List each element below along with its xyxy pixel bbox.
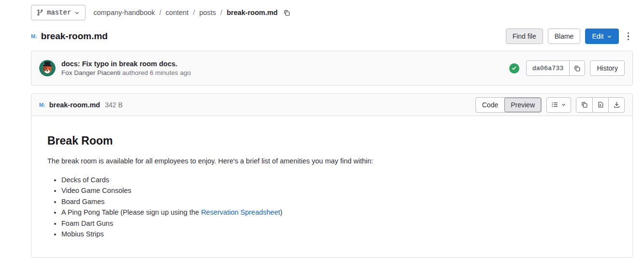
file-size: 342 B xyxy=(105,101,123,109)
rendered-markdown: Break Room The break room is available f… xyxy=(31,116,632,257)
chevron-down-icon xyxy=(607,34,612,39)
breadcrumb-item-content[interactable]: content xyxy=(166,9,189,16)
branch-selector[interactable]: master xyxy=(31,5,86,20)
display-options-dropdown[interactable] xyxy=(546,97,571,113)
commit-sha: da06a733 xyxy=(527,61,570,75)
list-item-text: Mobius Strips xyxy=(61,230,104,238)
list-item-text: Foam Dart Guns xyxy=(61,219,113,227)
download-button[interactable] xyxy=(608,98,624,112)
breadcrumb-separator: / xyxy=(220,9,222,16)
code-preview-toggle: Code Preview xyxy=(475,97,542,113)
file-name: break-room.md xyxy=(49,101,100,109)
open-raw-button[interactable] xyxy=(592,98,608,112)
file-viewer: M↓ break-room.md 342 B Code Preview xyxy=(31,93,633,258)
amenities-list: Decks of Cards Video Game Consoles Board… xyxy=(47,175,616,240)
edit-button-label: Edit xyxy=(592,32,603,40)
chevron-down-icon xyxy=(74,10,80,15)
copy-icon xyxy=(573,65,581,72)
tab-preview[interactable]: Preview xyxy=(504,98,541,112)
blame-button[interactable]: Blame xyxy=(548,29,581,44)
find-file-button[interactable]: Find file xyxy=(506,29,543,44)
reservation-spreadsheet-link[interactable]: Reservation Spreadsheet xyxy=(201,208,280,216)
commit-sha-group: da06a733 xyxy=(526,60,586,76)
edit-button[interactable]: Edit xyxy=(585,29,618,44)
copy-icon xyxy=(283,9,290,16)
page: master company-handbook / content / post… xyxy=(0,0,644,258)
list-item: Board Games xyxy=(61,196,616,207)
check-circle-icon xyxy=(511,65,517,71)
raw-file-icon xyxy=(597,101,604,108)
tab-code[interactable]: Code xyxy=(476,98,504,112)
more-options-button[interactable] xyxy=(624,29,633,44)
breadcrumb-separator: / xyxy=(159,9,161,16)
list-item-text: Decks of Cards xyxy=(61,176,109,184)
download-icon xyxy=(613,101,620,108)
git-branch-icon xyxy=(37,9,43,16)
breadcrumb-item-file: break-room.md xyxy=(227,9,278,16)
list-item-text: ) xyxy=(280,208,283,216)
list-item-text: A Ping Pong Table (Please sign up using … xyxy=(61,208,201,216)
commit-byline: Fox Danger Piacenti authored 6 minutes a… xyxy=(61,69,191,76)
markdown-file-icon: M↓ xyxy=(39,102,45,108)
list-item: A Ping Pong Table (Please sign up using … xyxy=(61,207,616,218)
kebab-menu-icon xyxy=(628,32,630,41)
list-item: Foam Dart Guns xyxy=(61,218,616,229)
copy-path-button[interactable] xyxy=(282,8,291,17)
list-item-text: Board Games xyxy=(61,198,104,205)
list-item: Video Game Consoles xyxy=(61,185,616,196)
breadcrumb-separator: / xyxy=(193,9,195,16)
last-commit-box: docs: Fix typo in break room docs. Fox D… xyxy=(31,51,633,86)
commit-message[interactable]: docs: Fix typo in break room docs. xyxy=(61,60,191,68)
copy-sha-button[interactable] xyxy=(569,61,585,75)
copy-contents-button[interactable] xyxy=(576,98,592,112)
branch-breadcrumb-row: master company-handbook / content / post… xyxy=(31,5,633,20)
file-viewer-header: M↓ break-room.md 342 B Code Preview xyxy=(31,94,632,116)
pipeline-status-badge[interactable] xyxy=(509,63,519,73)
breadcrumb-item-posts[interactable]: posts xyxy=(199,9,216,16)
list-item-text: Video Game Consoles xyxy=(61,187,131,194)
file-action-group xyxy=(576,97,625,113)
list-item: Decks of Cards xyxy=(61,175,616,186)
doc-heading: Break Room xyxy=(47,134,616,147)
breadcrumb-item-repo[interactable]: company-handbook xyxy=(93,9,155,16)
markdown-file-icon: M↓ xyxy=(31,33,37,39)
branch-selector-label: master xyxy=(47,9,71,16)
chevron-down-icon xyxy=(561,102,566,107)
author-avatar[interactable] xyxy=(39,60,56,76)
doc-intro: The break room is available for all empl… xyxy=(47,156,616,167)
list-item: Mobius Strips xyxy=(61,229,616,240)
file-title-row: M↓ break-room.md Find file Blame Edit xyxy=(31,29,633,44)
commit-authored-text: authored 6 minutes ago xyxy=(120,69,191,76)
list-bulleted-icon xyxy=(551,101,558,108)
commit-author[interactable]: Fox Danger Piacenti xyxy=(61,69,120,76)
history-button[interactable]: History xyxy=(590,60,625,76)
page-title: break-room.md xyxy=(41,31,108,42)
breadcrumb: company-handbook / content / posts / bre… xyxy=(93,8,291,17)
copy-icon xyxy=(581,101,588,108)
